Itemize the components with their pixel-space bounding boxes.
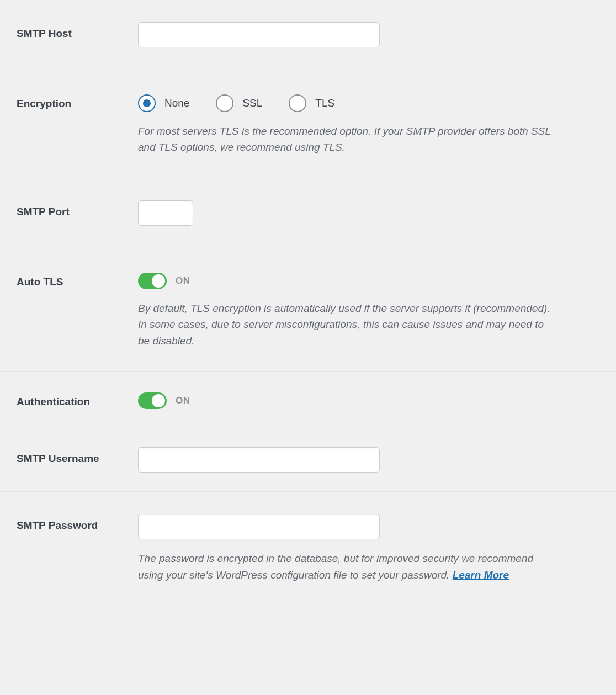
encryption-radio-group: None SSL TLS bbox=[138, 92, 599, 112]
auto-tls-toggle-wrap: ON bbox=[138, 270, 599, 289]
encryption-label: Encryption bbox=[17, 92, 138, 110]
radio-unchecked-icon bbox=[216, 94, 233, 112]
smtp-password-control: The password is encrypted in the databas… bbox=[138, 514, 599, 583]
smtp-host-row: SMTP Host bbox=[0, 0, 616, 70]
smtp-host-control bbox=[138, 22, 599, 47]
encryption-option-tls-label: TLS bbox=[315, 97, 334, 109]
smtp-port-input[interactable] bbox=[138, 200, 193, 226]
auto-tls-control: ON By default, TLS encryption is automat… bbox=[138, 270, 599, 349]
encryption-control: None SSL TLS For most servers TLS is the… bbox=[138, 92, 599, 156]
auto-tls-status: ON bbox=[176, 275, 190, 287]
toggle-knob-icon bbox=[152, 394, 165, 407]
authentication-status: ON bbox=[176, 395, 190, 406]
authentication-control: ON bbox=[138, 390, 599, 409]
smtp-password-label: SMTP Password bbox=[17, 514, 138, 532]
encryption-description: For most servers TLS is the recommended … bbox=[138, 123, 557, 156]
smtp-port-row: SMTP Port bbox=[0, 178, 616, 248]
encryption-row: Encryption None SSL TLS For most servers… bbox=[0, 70, 616, 178]
smtp-password-row: SMTP Password The password is encrypted … bbox=[0, 492, 616, 605]
radio-checked-icon bbox=[138, 94, 156, 112]
authentication-toggle[interactable] bbox=[138, 392, 167, 409]
authentication-row: Authentication ON bbox=[0, 372, 616, 428]
auto-tls-label: Auto TLS bbox=[17, 270, 138, 288]
radio-unchecked-icon bbox=[289, 94, 306, 112]
encryption-option-ssl-label: SSL bbox=[242, 97, 262, 109]
smtp-username-input[interactable] bbox=[138, 447, 380, 473]
encryption-option-tls[interactable]: TLS bbox=[289, 94, 334, 112]
smtp-username-label: SMTP Username bbox=[17, 447, 138, 465]
smtp-port-control bbox=[138, 200, 599, 226]
smtp-username-row: SMTP Username bbox=[0, 428, 616, 492]
smtp-host-label: SMTP Host bbox=[17, 22, 138, 40]
authentication-label: Authentication bbox=[17, 390, 138, 408]
toggle-knob-icon bbox=[152, 274, 165, 288]
smtp-port-label: SMTP Port bbox=[17, 200, 138, 218]
smtp-password-description: The password is encrypted in the databas… bbox=[138, 550, 557, 583]
authentication-toggle-wrap: ON bbox=[138, 390, 599, 409]
learn-more-link[interactable]: Learn More bbox=[453, 569, 509, 581]
encryption-option-none[interactable]: None bbox=[138, 94, 189, 112]
smtp-host-input[interactable] bbox=[138, 22, 380, 47]
auto-tls-toggle[interactable] bbox=[138, 273, 167, 289]
encryption-option-none-label: None bbox=[164, 97, 189, 109]
smtp-password-input[interactable] bbox=[138, 514, 380, 539]
auto-tls-row: Auto TLS ON By default, TLS encryption i… bbox=[0, 248, 616, 372]
smtp-username-control bbox=[138, 447, 599, 473]
auto-tls-description: By default, TLS encryption is automatica… bbox=[138, 300, 557, 349]
encryption-option-ssl[interactable]: SSL bbox=[216, 94, 262, 112]
